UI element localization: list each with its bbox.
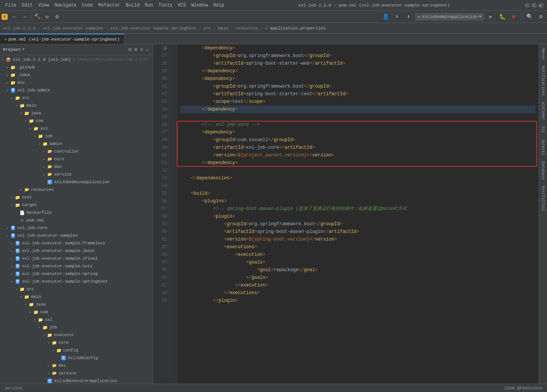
tree-item-core[interactable]: ▾📁core xyxy=(0,339,153,346)
tree-item-xxljobadminapplication[interactable]: CXxlJobAdminApplication xyxy=(0,178,153,186)
sync-button[interactable]: ↻ xyxy=(42,12,52,21)
tree-item-xxl-job-executor-samples[interactable]: ▾Mxxl-job-executor-samples xyxy=(0,232,153,239)
menu-view[interactable]: View xyxy=(36,2,52,9)
tree-item-test[interactable]: ▸📁test xyxy=(0,194,153,201)
tree-item-java[interactable]: ▾📁java xyxy=(0,109,153,117)
tree-item-com[interactable]: ▾📁com xyxy=(0,117,153,125)
tree-item-icon: 📁 xyxy=(15,194,21,200)
dataski-panel-button[interactable]: dataski xyxy=(540,137,546,158)
tree-item-target[interactable]: ▾📁target xyxy=(0,201,153,209)
tree-item-xxl-job-admin[interactable]: ▾Mxxl-job-admin xyxy=(0,86,153,94)
profile-button[interactable]: 👤 xyxy=(381,12,390,21)
menu-vcs[interactable]: VCS xyxy=(175,2,188,9)
tree-item-xxl-job-core[interactable]: ▸Mxxl-job-core xyxy=(0,224,153,232)
tree-item-xxljobexecutorapplication[interactable]: CXxlJobExecutorApplication xyxy=(0,377,153,384)
tree-item-src[interactable]: ▾📁src xyxy=(0,94,153,102)
tree-item-job[interactable]: ▾📁job xyxy=(0,132,153,140)
vcs-push-button[interactable]: ⬆ xyxy=(404,12,413,21)
git-panel-button[interactable]: Git xyxy=(540,124,546,135)
expand-all-button[interactable]: ⊞ xyxy=(134,47,138,52)
search-everywhere-button[interactable]: 🔍 xyxy=(525,12,534,21)
tree-item-xxl-job-executor-sample-nutz[interactable]: ▸Mxxl-job-executor-sample-nutz xyxy=(0,262,153,270)
menu-navigate[interactable]: Navigate xyxy=(52,2,79,9)
sidebar-dropdown-icon[interactable]: ▼ xyxy=(22,47,24,52)
stop-button[interactable]: ■ xyxy=(509,12,518,21)
tree-item-xxl[interactable]: ▾📁xxl xyxy=(0,316,153,324)
close-button[interactable]: ✕ xyxy=(539,3,544,8)
run-config-dropdown-icon: ▼ xyxy=(479,15,481,19)
menu-tools[interactable]: Tools xyxy=(156,2,175,9)
tree-item-admin[interactable]: ▾📁admin xyxy=(0,140,153,148)
settings-gear-button[interactable]: ⚙ xyxy=(536,12,545,21)
tree-item-service[interactable]: ▸📂service xyxy=(0,369,153,377)
settings-button[interactable]: ⚙ xyxy=(52,12,62,21)
minimize-button[interactable]: ─ xyxy=(525,3,530,8)
maximize-button[interactable]: □ xyxy=(532,3,537,8)
restfultool-panel-button[interactable]: RestfulTool xyxy=(540,184,546,213)
line-number: 50 xyxy=(155,151,167,159)
breadcrumb-resources[interactable]: resources xyxy=(234,25,259,31)
tree-item-xxl-job-executor-sample-springboot[interactable]: ▾Mxxl-job-executor-sample-springboot xyxy=(0,278,153,285)
tree-arrow: ▸ xyxy=(5,65,10,70)
breadcrumb-src[interactable]: src xyxy=(202,25,212,31)
build-button[interactable]: 🔨 xyxy=(33,12,42,21)
sidebar-gear-icon[interactable]: … xyxy=(145,47,150,52)
tree-item--github[interactable]: ▸📁.github xyxy=(0,63,153,71)
menu-help[interactable]: Help xyxy=(211,2,227,9)
forward-button[interactable]: → xyxy=(20,12,29,21)
tree-item-src[interactable]: ▾📁src xyxy=(0,285,153,293)
tree-item-pom-xml[interactable]: xpom.xml xyxy=(0,216,153,224)
tree-item-xxl-job-2-2-0--xxl-job-[interactable]: ▾📦xxl-job-2.2.0 [xxl-job] F:\MyNuts\MCA\… xyxy=(0,56,153,63)
project-tree[interactable]: ▾📦xxl-job-2.2.0 [xxl-job] F:\MyNuts\MCA\… xyxy=(0,55,153,384)
run-config-selector[interactable]: ▶ XxlJobAdminApplication ▼ xyxy=(415,13,484,20)
menu-refactor[interactable]: Refactor xyxy=(96,2,123,9)
tree-item-service[interactable]: ▸📂service xyxy=(0,171,153,178)
tree-item-main[interactable]: ▾📁main xyxy=(0,102,153,109)
breadcrumb-main[interactable]: main xyxy=(217,25,229,31)
tree-item-xxl-job-executor-sample-frameless[interactable]: ▸Mxxl-job-executor-sample-frameless xyxy=(0,239,153,247)
tree-item-com[interactable]: ▾📁com xyxy=(0,308,153,316)
code-editor[interactable]: <dependency> <groupId>org.springframewor… xyxy=(177,44,539,384)
back-button[interactable]: ← xyxy=(10,12,19,21)
menu-edit[interactable]: Edit xyxy=(20,2,35,9)
tree-item-mvc[interactable]: ▸📂mvc xyxy=(0,362,153,369)
tree-item-doc[interactable]: ▸📁doc xyxy=(0,79,153,86)
menu-code[interactable]: Code xyxy=(80,2,95,9)
tree-item-job[interactable]: ▾📁job xyxy=(0,324,153,331)
tree-item-dockerfile[interactable]: 📄Dockerfile xyxy=(0,209,153,216)
menu-build[interactable]: Build xyxy=(123,2,142,9)
menu-file[interactable]: File xyxy=(3,2,19,9)
tree-item-xxl[interactable]: ▾📁xxl xyxy=(0,125,153,132)
collapse-all-button[interactable]: ⊟ xyxy=(128,47,132,52)
editor-gutter: ✓ xyxy=(169,44,177,384)
breadcrumb-project[interactable]: xxl-job-2.2.0 xyxy=(2,25,37,31)
menu-bar[interactable]: File Edit View Navigate Code Refactor Bu… xyxy=(3,2,227,9)
debug-button[interactable]: 🐛 xyxy=(498,12,507,21)
vcs-update-button[interactable]: ⬇ xyxy=(392,12,402,21)
notifications-panel-button[interactable]: Notifications xyxy=(540,63,546,98)
tree-item-java[interactable]: ▾📁java xyxy=(0,301,153,308)
tree-item-resources[interactable]: ▸📂resources xyxy=(0,186,153,194)
tree-item-main[interactable]: ▾📁main xyxy=(0,293,153,301)
database-panel-button[interactable]: Database xyxy=(540,159,546,182)
tree-item-xxljobconfig[interactable]: CXxlJobConfig xyxy=(0,354,153,362)
maven-panel-button[interactable]: Maven xyxy=(540,46,546,62)
run-button[interactable]: ▶ xyxy=(486,12,495,21)
tree-item-xxl-job-executor-sample-jboot[interactable]: ▸Mxxl-job-executor-sample-jboot xyxy=(0,247,153,255)
breadcrumb-executor-samples[interactable]: xxl-job-executor-samples xyxy=(41,25,104,31)
menu-run[interactable]: Run xyxy=(142,2,155,9)
breadcrumb-file[interactable]: ⚙ application.properties xyxy=(264,25,327,31)
tree-item-xxl-job-executor-sample-jfinal[interactable]: ▸Mxxl-job-executor-sample-jfinal xyxy=(0,255,153,262)
tree-item-controller[interactable]: ▸📂controller xyxy=(0,148,153,155)
tree-item-config[interactable]: ▾📁config xyxy=(0,346,153,354)
breadcrumb-springboot[interactable]: xxl-job-executor-sample-springboot xyxy=(109,25,197,31)
tree-item-dao[interactable]: ▸📂dao xyxy=(0,163,153,171)
tree-item-core[interactable]: ▸📂core xyxy=(0,155,153,163)
editor-tab-pom[interactable]: ◈ pom.xml (xxl-job-executor-sample-sprin… xyxy=(0,34,124,44)
settings-icon[interactable]: ⚙ xyxy=(140,47,144,52)
tree-item-xxl-job-executor-sample-spring[interactable]: ▸Mxxl-job-executor-sample-spring xyxy=(0,270,153,278)
menu-window[interactable]: Window xyxy=(189,2,210,9)
tree-item-executor[interactable]: ▾📁executor xyxy=(0,331,153,339)
tree-item--idea[interactable]: ▸📁.idea xyxy=(0,71,153,79)
aixcoder-panel-button[interactable]: aiXCoder xyxy=(540,99,546,122)
